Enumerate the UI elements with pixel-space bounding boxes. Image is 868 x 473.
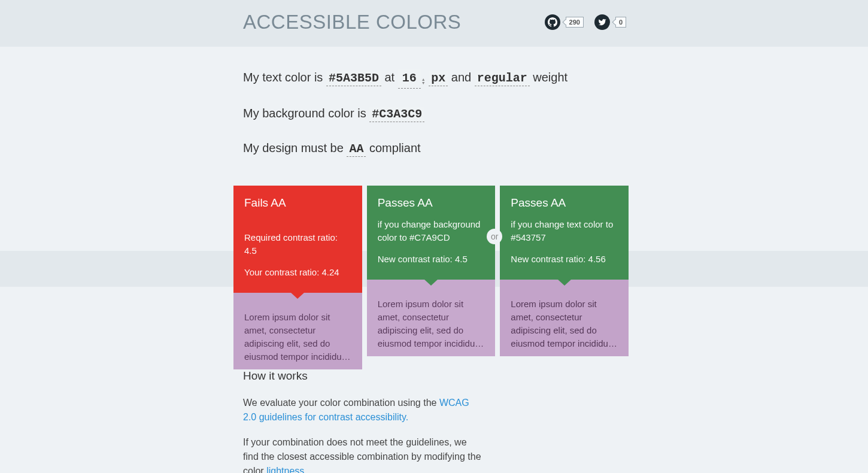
card-title: Fails AA — [244, 196, 351, 210]
github-icon — [545, 14, 560, 30]
stepper-icon[interactable]: ▲▼ — [421, 78, 426, 85]
sample-preview: Lorem ipsum dolor sit amet, consectetur … — [233, 293, 362, 369]
new-ratio: New contrast ratio: 4.56 — [511, 253, 618, 266]
inputs-section: My text color is #5A3B5D at 16▲▼ px and … — [243, 47, 626, 186]
result-card-fail: Fails AA Required contrast ratio: 4.5 Yo… — [233, 186, 362, 369]
page-title: ACCESSIBLE COLORS — [243, 11, 461, 34]
compliance-level-select[interactable]: AA — [347, 141, 366, 157]
required-ratio: Required contrast ratio: 4.5 — [244, 231, 351, 257]
card-title: Passes AA — [378, 196, 485, 210]
result-card-pass-text: Passes AA if you change text color to #5… — [500, 186, 629, 369]
text-color-input[interactable]: #5A3B5D — [326, 71, 381, 86]
or-separator: or — [487, 229, 502, 244]
twitter-share-button[interactable]: 0 — [594, 14, 626, 30]
font-size-input[interactable]: 16 — [398, 69, 421, 89]
github-count: 290 — [566, 17, 584, 28]
new-ratio: New contrast ratio: 4.5 — [378, 253, 485, 266]
social-links: 290 0 — [545, 14, 626, 30]
how-p1: We evaluate your color combination using… — [243, 396, 482, 425]
result-card-pass-bg: Passes AA if you change background color… — [367, 186, 496, 369]
how-heading: How it works — [243, 369, 482, 383]
twitter-count: 0 — [615, 17, 626, 28]
card-title: Passes AA — [511, 196, 618, 210]
card-desc: if you change background color to #C7A9C… — [378, 218, 485, 244]
font-weight-select[interactable]: regular — [475, 71, 530, 86]
header: ACCESSIBLE COLORS 290 0 — [0, 0, 868, 47]
sample-preview: Lorem ipsum dolor sit amet, consectetur … — [500, 280, 629, 356]
sample-preview: Lorem ipsum dolor sit amet, consectetur … — [367, 280, 496, 356]
twitter-icon — [594, 14, 610, 30]
bg-color-line: My background color is #C3A3C9 — [243, 104, 626, 123]
font-unit-select[interactable]: px — [429, 71, 448, 86]
your-ratio: Your contrast ratio: 4.24 — [244, 266, 351, 279]
lightness-link[interactable]: lightness. — [266, 466, 307, 473]
github-star-button[interactable]: 290 — [545, 14, 584, 30]
bg-color-input[interactable]: #C3A3C9 — [369, 107, 424, 122]
results-cards: Fails AA Required contrast ratio: 4.5 Yo… — [233, 186, 629, 369]
compliance-line: My design must be AA compliant — [243, 139, 626, 158]
text-color-line: My text color is #5A3B5D at 16▲▼ px and … — [243, 68, 626, 89]
how-it-works-section: How it works We evaluate your color comb… — [243, 369, 482, 473]
card-desc: if you change text color to #543757 — [511, 218, 618, 244]
how-p2: If your combination does not meet the gu… — [243, 435, 482, 473]
